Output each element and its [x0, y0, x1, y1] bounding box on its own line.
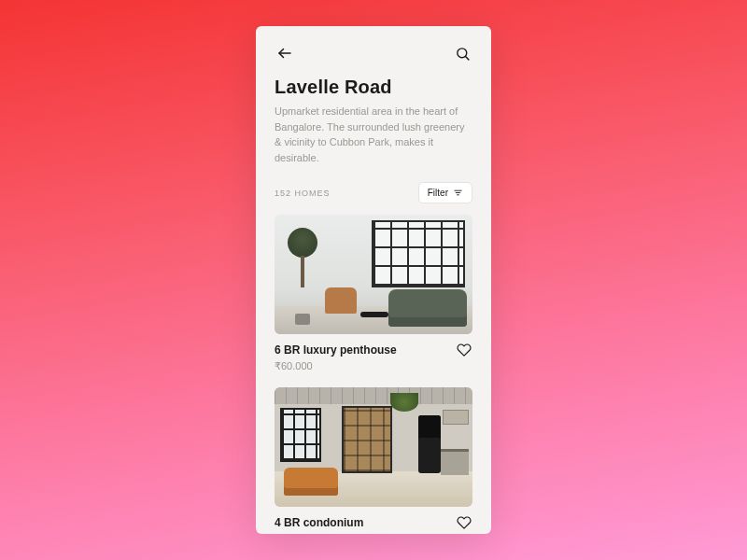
favorite-button[interactable]	[456, 342, 472, 358]
listing-card[interactable]: 4 BR condonium ₹55,700	[256, 387, 491, 534]
results-count: 152 HOMES	[275, 189, 331, 198]
results-meta: 152 HOMES Filter	[256, 182, 491, 215]
scroll-view[interactable]: Lavelle Road Upmarket residential area i…	[256, 26, 491, 534]
page-title: Lavelle Road	[256, 73, 491, 104]
page-description: Upmarket residential area in the heart o…	[256, 104, 491, 182]
heart-icon	[457, 515, 472, 530]
heart-icon	[457, 343, 472, 357]
back-button[interactable]	[275, 43, 295, 63]
filter-icon	[453, 188, 463, 198]
svg-point-1	[457, 48, 466, 57]
back-arrow-icon	[276, 45, 293, 62]
listing-title: 6 BR luxury penthouse	[275, 343, 397, 357]
listing-card[interactable]: 6 BR luxury penthouse ₹60.000	[256, 215, 491, 387]
favorite-button[interactable]	[456, 514, 472, 531]
phone-frame: Lavelle Road Upmarket residential area i…	[256, 26, 491, 534]
listing-thumbnail	[275, 215, 472, 334]
svg-line-2	[465, 56, 468, 59]
filter-label: Filter	[428, 188, 448, 198]
header-bar	[256, 26, 491, 73]
search-button[interactable]	[452, 43, 472, 63]
listing-thumbnail	[275, 387, 472, 507]
filter-button[interactable]: Filter	[418, 182, 472, 203]
listing-title: 4 BR condonium	[275, 516, 363, 529]
listing-price: ₹55,700	[275, 531, 472, 534]
listing-price: ₹60.000	[275, 358, 472, 372]
search-icon	[455, 46, 471, 62]
